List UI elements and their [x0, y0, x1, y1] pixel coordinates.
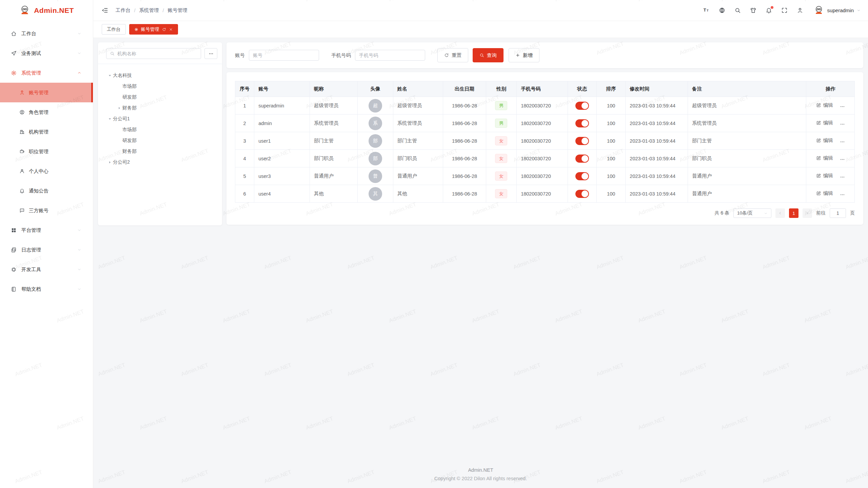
font-size-icon[interactable]: TT — [703, 7, 710, 14]
status-toggle[interactable] — [575, 172, 589, 180]
edit-button[interactable]: 编辑 — [816, 137, 833, 144]
breadcrumb-item[interactable]: 账号管理 — [168, 7, 188, 14]
refresh-icon[interactable] — [162, 27, 166, 32]
breadcrumb-separator: / — [134, 8, 136, 13]
org-search-input[interactable] — [117, 51, 197, 56]
breadcrumb-item[interactable]: 系统管理 — [139, 7, 159, 14]
sidebar-item-help-docs[interactable]: 帮助文档 — [0, 279, 93, 299]
page-size-select[interactable]: 10条/页 — [733, 208, 771, 218]
add-button[interactable]: 新增 — [509, 48, 539, 62]
next-page-button[interactable] — [803, 208, 812, 218]
notification-bell-icon[interactable] — [766, 7, 772, 14]
column-header: 昵称 — [310, 81, 358, 97]
tree-node[interactable]: 分公司2 — [101, 157, 219, 168]
tab-account-management[interactable]: 账号管理 — [129, 24, 178, 35]
org-search-field[interactable] — [106, 48, 201, 59]
tab-workbench[interactable]: 工作台 — [102, 24, 126, 35]
sidebar-item-workbench[interactable]: 工作台 — [0, 24, 93, 43]
column-header: 头像 — [358, 81, 393, 97]
logo[interactable]: Admin.NET — [0, 0, 93, 21]
prev-page-button[interactable] — [775, 208, 785, 218]
edit-button[interactable]: 编辑 — [816, 172, 833, 179]
edit-button[interactable]: 编辑 — [816, 155, 833, 161]
cell-remark: 超级管理员 — [688, 97, 806, 115]
row-more-button[interactable] — [840, 192, 845, 197]
chevron-down-icon — [77, 287, 81, 291]
notification-badge — [771, 6, 773, 9]
caret-right-icon[interactable] — [107, 160, 113, 164]
account-input[interactable] — [249, 50, 319, 61]
cell-phone: 18020030720 — [517, 150, 568, 167]
edit-button[interactable]: 编辑 — [816, 102, 833, 108]
row-more-button[interactable] — [840, 122, 845, 127]
caret-down-icon[interactable] — [107, 117, 113, 121]
sidebar-item-dev-tools[interactable]: 开发工具 — [0, 260, 93, 279]
user-menu[interactable]: superadmin — [813, 5, 861, 16]
breadcrumb-item[interactable]: 工作台 — [116, 7, 131, 14]
bell-icon — [19, 188, 25, 194]
current-page[interactable]: 1 — [789, 208, 798, 218]
chevron-down-icon — [77, 248, 81, 252]
status-toggle[interactable] — [575, 155, 589, 163]
sidebar-item-system-management[interactable]: 系统管理 — [0, 63, 93, 83]
phone-input[interactable] — [355, 50, 425, 61]
collapse-sidebar-icon[interactable] — [102, 7, 108, 14]
fullscreen-icon[interactable] — [781, 7, 788, 14]
tree-node[interactable]: 研发部 — [101, 135, 219, 146]
status-toggle[interactable] — [575, 119, 589, 127]
goto-page-input[interactable] — [830, 208, 846, 218]
row-more-button[interactable] — [840, 175, 845, 180]
tree-more-button[interactable] — [204, 48, 217, 59]
caret-down-icon[interactable] — [107, 74, 113, 78]
sidebar-item-third-party-account[interactable]: 三方账号 — [0, 201, 93, 220]
sidebar-item-notice-announcement[interactable]: 通知公告 — [0, 181, 93, 201]
row-more-button[interactable] — [840, 157, 845, 162]
language-icon[interactable] — [719, 7, 725, 14]
sidebar-item-log-management[interactable]: 日志管理 — [0, 240, 93, 260]
sidebar-item-role-management[interactable]: 角色管理 — [0, 102, 93, 122]
phone-label: 手机号码 — [331, 52, 351, 59]
row-more-button[interactable] — [840, 139, 845, 144]
cell-order: 100 — [597, 150, 626, 167]
cell-name: 部门职员 — [393, 150, 443, 167]
cell-actions: 编辑 — [806, 167, 855, 185]
edit-icon — [816, 191, 821, 196]
cell-birth-date: 1986-06-28 — [443, 132, 486, 150]
theme-icon[interactable] — [750, 7, 756, 14]
sidebar-item-org-management[interactable]: 机构管理 — [0, 122, 93, 142]
tree-node[interactable]: 研发部 — [101, 92, 219, 103]
tree-node[interactable]: 市场部 — [101, 124, 219, 135]
sidebar-item-platform-management[interactable]: 平台管理 — [0, 220, 93, 240]
status-toggle[interactable] — [575, 137, 589, 145]
cell-phone: 18020030720 — [517, 115, 568, 132]
sidebar-item-business-test[interactable]: 业务测试 — [0, 43, 93, 63]
edit-button[interactable]: 编辑 — [816, 120, 833, 126]
cell-gender: 男 — [486, 115, 516, 132]
search-icon[interactable] — [734, 7, 741, 14]
search-button[interactable]: 查询 — [473, 48, 504, 62]
log-icon — [11, 247, 17, 253]
tree-node[interactable]: 大名科技 — [101, 70, 219, 81]
reset-button[interactable]: 重置 — [437, 48, 468, 62]
tree-node[interactable]: 分公司1 — [101, 114, 219, 124]
tree-node[interactable]: 市场部 — [101, 81, 219, 92]
status-toggle[interactable] — [575, 102, 589, 110]
close-icon[interactable] — [169, 27, 173, 32]
cell-phone: 18020030720 — [517, 185, 568, 203]
edit-button[interactable]: 编辑 — [816, 190, 833, 197]
caret-right-icon[interactable] — [116, 106, 122, 110]
profile-icon[interactable] — [797, 7, 803, 14]
sidebar-item-account-management[interactable]: 账号管理 — [0, 83, 93, 102]
org-tree: 大名科技 市场部 研发部 财务部 分公司1 市场部 研发部 财务部 分公司2 — [98, 64, 222, 174]
search-icon — [110, 51, 115, 56]
home-icon — [11, 31, 17, 37]
tree-node[interactable]: 财务部 — [101, 103, 219, 114]
gender-badge: 女 — [495, 136, 507, 145]
status-toggle[interactable] — [575, 190, 589, 198]
user-avatar — [813, 5, 824, 16]
sidebar-item-position-management[interactable]: 职位管理 — [0, 142, 93, 161]
cell-no: 2 — [235, 115, 254, 132]
row-more-button[interactable] — [840, 104, 845, 109]
sidebar-item-personal-center[interactable]: 个人中心 — [0, 161, 93, 181]
tree-node[interactable]: 财务部 — [101, 146, 219, 157]
